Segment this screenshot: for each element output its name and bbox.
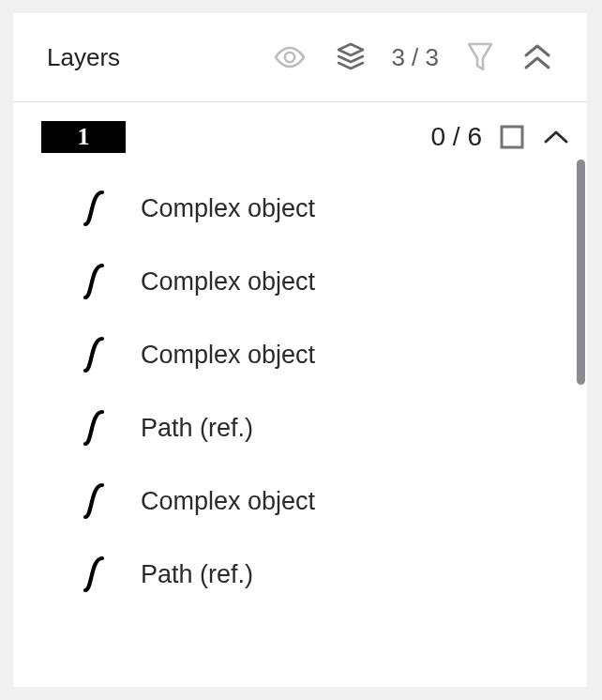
funnel-icon — [467, 41, 493, 73]
layer-item[interactable]: Complex object — [13, 172, 587, 245]
layers-header: Layers 3 / 3 — [13, 13, 587, 102]
eye-icon — [273, 45, 307, 69]
header-toolbar: 3 / 3 — [273, 41, 553, 73]
layer-item-label: Complex object — [141, 194, 315, 223]
double-chevron-up-icon — [521, 43, 553, 71]
layer-group-controls: 0 / 6 — [431, 122, 570, 152]
layer-group-collapse-toggle[interactable] — [542, 128, 570, 146]
stack-icon — [335, 42, 367, 72]
svg-rect-1 — [502, 127, 522, 147]
path-curve-icon — [81, 189, 107, 228]
scrollbar-thumb[interactable] — [577, 160, 585, 385]
layer-children-list: Complex object Complex object Complex ob… — [13, 172, 587, 611]
layer-stack-button[interactable] — [335, 42, 367, 72]
layer-item[interactable]: Path (ref.) — [13, 538, 587, 611]
path-curve-icon — [81, 335, 107, 374]
path-curve-icon — [81, 262, 107, 301]
layer-item[interactable]: Complex object — [13, 464, 587, 538]
chevron-up-icon — [542, 128, 570, 146]
svg-point-0 — [285, 53, 294, 62]
layer-item-label: Path (ref.) — [141, 414, 253, 443]
layer-item-label: Path (ref.) — [141, 560, 253, 589]
layer-group-select-toggle[interactable] — [499, 124, 525, 150]
panel-title: Layers — [47, 43, 120, 72]
path-curve-icon — [81, 555, 107, 594]
layer-item-label: Complex object — [141, 267, 315, 297]
visibility-toggle[interactable] — [273, 45, 307, 69]
layer-item-label: Complex object — [141, 487, 315, 516]
layer-item[interactable]: Path (ref.) — [13, 391, 587, 464]
layers-panel: Layers 3 / 3 — [13, 13, 587, 687]
layer-visible-count: 3 / 3 — [391, 43, 439, 72]
layer-item-label: Complex object — [141, 341, 315, 370]
path-curve-icon — [81, 481, 107, 521]
layer-group-badge: 1 — [41, 121, 126, 153]
collapse-all-button[interactable] — [521, 43, 553, 71]
checkbox-empty-icon — [499, 124, 525, 150]
layer-item[interactable]: Complex object — [13, 318, 587, 391]
layer-group-header[interactable]: 1 0 / 6 — [13, 102, 587, 172]
filter-button[interactable] — [467, 41, 493, 73]
layer-group-selection-count: 0 / 6 — [431, 122, 482, 152]
layer-item[interactable]: Complex object — [13, 245, 587, 318]
path-curve-icon — [81, 408, 107, 448]
